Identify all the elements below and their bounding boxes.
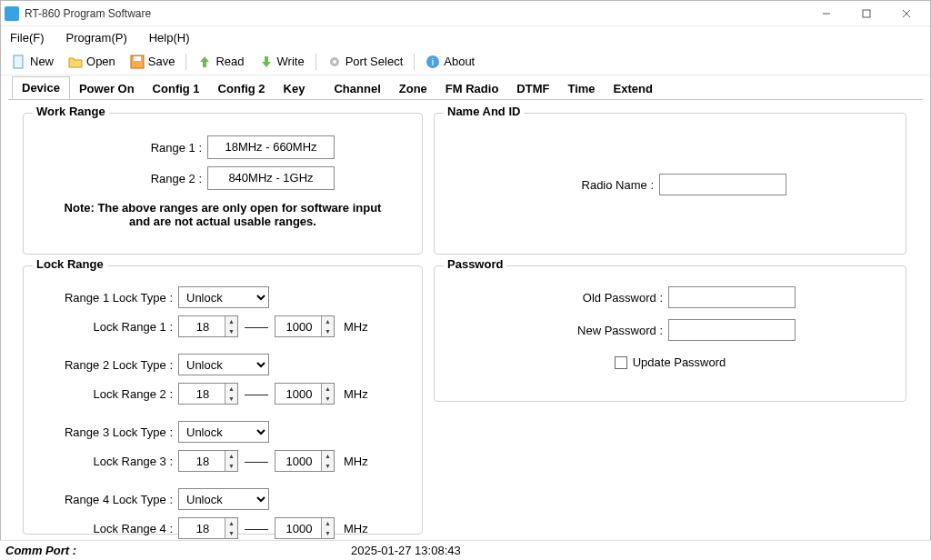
group-password-legend: Password — [444, 257, 506, 271]
svg-rect-1 — [863, 10, 870, 17]
info-icon: i — [425, 55, 440, 69]
group-work-range: Work Range Range 1 : 18MHz - 660MHz Rang… — [23, 113, 423, 255]
group-lock-range: Lock Range Range 1 Lock Type :UnlockLock… — [23, 265, 423, 535]
lock-range-1-unit: MHz — [344, 320, 368, 334]
lock-range-4-low-spinner[interactable]: ▲▼ — [178, 517, 238, 539]
work-range-1-label: Range 1 : — [111, 141, 202, 155]
toolbar-open[interactable]: Open — [63, 53, 121, 71]
work-range-note-line2: and are not actual usable ranges. — [33, 215, 413, 228]
lock-range-3-type-label: Range 3 Lock Type : — [40, 425, 173, 439]
old-password-label: Old Password : — [545, 291, 663, 305]
toolbar: New Open Save Read Write Port Select i A… — [1, 48, 930, 75]
svg-rect-4 — [14, 55, 23, 68]
tab-key[interactable]: Key — [275, 78, 315, 99]
tab-extend[interactable]: Extend — [605, 78, 662, 99]
svg-rect-6 — [134, 56, 141, 61]
lock-range-3-label: Lock Range 3 : — [40, 455, 173, 468]
toolbar-separator — [414, 54, 415, 70]
group-password: Password Old Password : New Password : U… — [434, 265, 906, 402]
work-range-1-value: 18MHz - 660MHz — [207, 135, 335, 159]
range-dash: —— — [244, 522, 269, 535]
lock-range-3-low-spinner[interactable]: ▲▼ — [178, 450, 238, 472]
lock-range-2-type-select[interactable]: Unlock — [178, 354, 269, 375]
tab-channel[interactable]: Channel — [325, 78, 389, 99]
radio-name-label: Radio Name : — [554, 178, 654, 192]
lock-range-3-high-spinner[interactable]: ▲▼ — [275, 450, 335, 472]
spin-up-icon[interactable]: ▲ — [225, 384, 237, 394]
lock-range-1-high-spinner[interactable]: ▲▼ — [275, 315, 335, 337]
toolbar-write[interactable]: Write — [254, 53, 310, 71]
menu-bar: File(F) Program(P) Help(H) — [1, 26, 930, 48]
update-password-label: Update Password — [633, 355, 726, 369]
tab-dtmf[interactable]: DTMF — [507, 78, 558, 99]
group-name-id: Name And ID Radio Name : — [434, 113, 906, 255]
spin-down-icon[interactable]: ▼ — [225, 461, 237, 471]
lock-range-2-type-label: Range 2 Lock Type : — [40, 358, 173, 372]
maximize-button[interactable] — [846, 1, 886, 26]
spin-down-icon[interactable]: ▼ — [225, 528, 237, 538]
menu-help[interactable]: Help(H) — [145, 29, 194, 46]
spin-up-icon[interactable]: ▲ — [225, 518, 237, 528]
update-password-checkbox[interactable] — [615, 356, 627, 369]
svg-point-8 — [333, 60, 336, 64]
status-comm-port: Comm Port : — [5, 544, 351, 557]
spin-up-icon[interactable]: ▲ — [322, 384, 334, 394]
spin-down-icon[interactable]: ▼ — [322, 394, 334, 404]
toolbar-save[interactable]: Save — [125, 53, 181, 71]
old-password-input[interactable] — [668, 286, 796, 308]
tab-time[interactable]: Time — [558, 78, 604, 99]
floppy-save-icon — [130, 55, 145, 69]
lock-range-4-high-spinner[interactable]: ▲▼ — [275, 517, 335, 539]
tab-content-device: Work Range Range 1 : 18MHz - 660MHz Rang… — [8, 99, 923, 539]
spin-down-icon[interactable]: ▼ — [322, 528, 334, 538]
spin-up-icon[interactable]: ▲ — [322, 518, 334, 528]
toolbar-port-select[interactable]: Port Select — [322, 53, 409, 71]
spin-down-icon[interactable]: ▼ — [225, 326, 237, 336]
toolbar-separator — [315, 54, 316, 70]
app-icon — [5, 6, 19, 21]
close-button[interactable] — [886, 1, 926, 26]
lock-range-3-type-select[interactable]: Unlock — [178, 421, 269, 443]
folder-open-icon — [68, 55, 83, 69]
lock-range-2-low-spinner[interactable]: ▲▼ — [178, 383, 238, 405]
minimize-button[interactable] — [806, 1, 846, 26]
window-title: RT-860 Program Software — [25, 7, 806, 20]
spin-down-icon[interactable]: ▼ — [322, 461, 334, 471]
tab-config-2[interactable]: Config 2 — [209, 78, 275, 99]
lock-range-2-unit: MHz — [344, 387, 368, 401]
spin-up-icon[interactable]: ▲ — [225, 451, 237, 461]
spin-up-icon[interactable]: ▲ — [225, 316, 237, 326]
lock-range-1-type-select[interactable]: Unlock — [178, 286, 269, 308]
spin-up-icon[interactable]: ▲ — [322, 451, 334, 461]
lock-range-2-label: Lock Range 2 : — [40, 387, 173, 401]
tab-config-1[interactable]: Config 1 — [144, 78, 209, 99]
group-work-range-legend: Work Range — [33, 105, 109, 118]
toolbar-separator — [185, 54, 186, 70]
menu-program[interactable]: Program(P) — [63, 29, 131, 46]
tab-fm-radio[interactable]: FM Radio — [436, 78, 508, 99]
menu-file[interactable]: File(F) — [6, 29, 48, 46]
lock-range-4-type-select[interactable]: Unlock — [178, 488, 269, 510]
tab-power-on[interactable]: Power On — [70, 78, 144, 99]
lock-range-2-high-spinner[interactable]: ▲▼ — [275, 383, 335, 405]
lock-range-1-low-spinner[interactable]: ▲▼ — [178, 315, 238, 337]
range-dash: —— — [244, 455, 269, 468]
title-bar: RT-860 Program Software — [1, 1, 930, 26]
new-password-input[interactable] — [668, 319, 796, 341]
spin-up-icon[interactable]: ▲ — [322, 316, 334, 326]
lock-range-4-unit: MHz — [344, 522, 368, 535]
toolbar-new[interactable]: New — [6, 53, 59, 71]
tab-zone[interactable]: Zone — [390, 78, 436, 99]
radio-name-input[interactable] — [659, 174, 786, 195]
tab-strip: Device Power On Config 1 Config 2 Key Ch… — [1, 75, 930, 99]
group-name-id-legend: Name And ID — [444, 105, 524, 118]
lock-range-1-type-label: Range 1 Lock Type : — [40, 291, 173, 305]
spin-down-icon[interactable]: ▼ — [225, 394, 237, 404]
toolbar-read[interactable]: Read — [192, 53, 249, 71]
toolbar-about[interactable]: i About — [420, 53, 480, 71]
gear-icon — [327, 55, 342, 69]
lock-range-4-type-label: Range 4 Lock Type : — [40, 493, 173, 506]
tab-device[interactable]: Device — [12, 76, 70, 99]
spin-down-icon[interactable]: ▼ — [322, 326, 334, 336]
work-range-2-label: Range 2 : — [111, 172, 202, 185]
